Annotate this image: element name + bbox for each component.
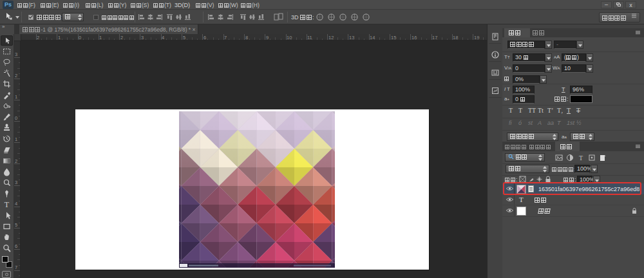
svg-text:T: T	[579, 154, 583, 162]
svg-text:T: T	[5, 200, 10, 209]
